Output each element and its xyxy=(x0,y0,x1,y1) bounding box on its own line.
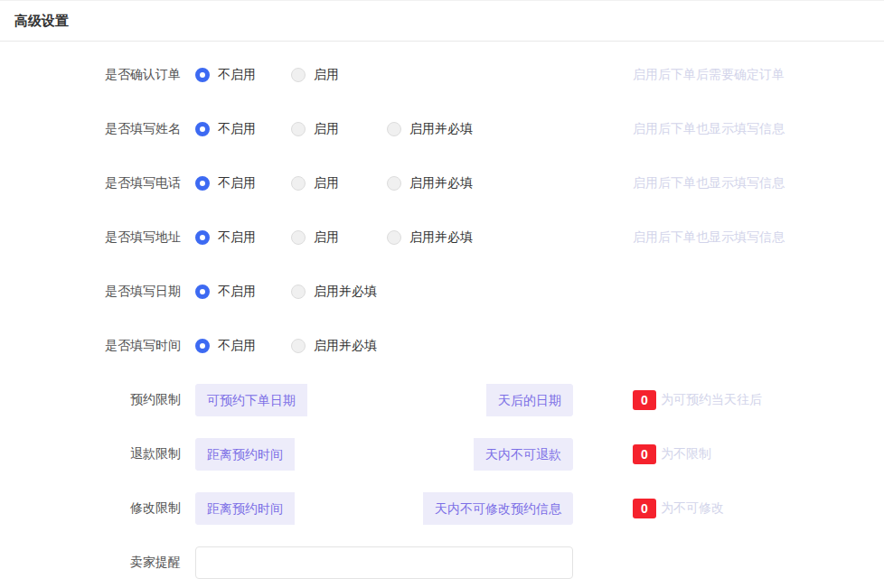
radio-option-label: 启用 xyxy=(314,229,339,246)
radio-unselected-icon[interactable] xyxy=(387,176,401,191)
refund-limit-input[interactable] xyxy=(295,438,474,471)
radio-option-label: 不启用 xyxy=(218,67,256,83)
row-label-fill-time: 是否填写时间 xyxy=(0,338,181,354)
radio-unselected-icon[interactable] xyxy=(291,285,306,299)
radio-option-label: 启用并必填 xyxy=(314,338,377,354)
radio-selected-icon[interactable] xyxy=(195,68,210,82)
zero-badge: 0 xyxy=(633,390,656,410)
radio-selected-icon[interactable] xyxy=(195,176,210,191)
row-hint-refund-limit: 0为不限制 xyxy=(633,427,711,481)
input-group-modify-limit: 距离预约时间天内不可修改预约信息 xyxy=(195,492,573,525)
page-title: 高级设置 xyxy=(14,13,69,30)
row-label-fill-name: 是否填写姓名 xyxy=(0,121,181,137)
row-content-fill-name: 不启用启用启用并必填 xyxy=(195,121,483,137)
radio-option-label: 启用并必填 xyxy=(409,175,473,191)
seller-reminder-input[interactable] xyxy=(195,546,573,579)
setting-row-modify-limit: 修改限制距离预约时间天内不可修改预约信息0为不可修改 xyxy=(0,481,884,536)
row-content-confirm-order: 不启用启用 xyxy=(195,67,387,83)
setting-row-booking-limit: 预约限制可预约下单日期天后的日期0为可预约当天往后 xyxy=(0,373,884,427)
row-label-confirm-order: 是否确认订单 xyxy=(0,67,181,83)
radio-option-fill-phone-1[interactable]: 启用 xyxy=(291,175,387,191)
radio-option-fill-name-0[interactable]: 不启用 xyxy=(195,121,291,137)
setting-row-fill-time: 是否填写时间不启用启用并必填 xyxy=(0,319,884,373)
radio-selected-icon[interactable] xyxy=(195,230,210,245)
radio-selected-icon[interactable] xyxy=(195,339,210,353)
radio-option-fill-date-1[interactable]: 启用并必填 xyxy=(291,284,387,300)
radio-option-fill-time-0[interactable]: 不启用 xyxy=(195,338,291,354)
radio-option-label: 启用 xyxy=(314,175,339,191)
radio-option-fill-address-2[interactable]: 启用并必填 xyxy=(387,229,483,246)
setting-row-refund-limit: 退款限制距离预约时间天内不可退款0为不限制 xyxy=(0,427,884,481)
radio-unselected-icon[interactable] xyxy=(291,339,306,353)
radio-unselected-icon[interactable] xyxy=(291,122,306,136)
radio-unselected-icon[interactable] xyxy=(291,230,306,245)
row-hint-booking-limit: 0为可预约当天往后 xyxy=(633,373,762,427)
radio-option-fill-address-1[interactable]: 启用 xyxy=(291,229,387,246)
row-hint-fill-phone: 启用后下单也显示填写信息 xyxy=(633,156,785,210)
radio-option-confirm-order-0[interactable]: 不启用 xyxy=(195,67,291,83)
radio-option-fill-phone-2[interactable]: 启用并必填 xyxy=(387,175,483,191)
input-group-prefix: 距离预约时间 xyxy=(195,438,295,471)
input-group-refund-limit: 距离预约时间天内不可退款 xyxy=(195,438,573,471)
radio-unselected-icon[interactable] xyxy=(387,230,401,245)
setting-row-fill-name: 是否填写姓名不启用启用启用并必填启用后下单也显示填写信息 xyxy=(0,102,884,156)
setting-row-confirm-order: 是否确认订单不启用启用启用后下单后需要确定订单 xyxy=(0,48,884,102)
input-group-booking-limit: 可预约下单日期天后的日期 xyxy=(195,384,573,416)
row-label-fill-address: 是否填写地址 xyxy=(0,229,181,246)
setting-row-fill-address: 是否填写地址不启用启用启用并必填启用后下单也显示填写信息 xyxy=(0,210,884,265)
radio-option-fill-date-0[interactable]: 不启用 xyxy=(195,284,291,300)
row-hint-modify-limit: 0为不可修改 xyxy=(633,481,724,536)
radio-unselected-icon[interactable] xyxy=(387,122,401,136)
radio-option-fill-name-1[interactable]: 启用 xyxy=(291,121,387,137)
input-group-prefix: 距离预约时间 xyxy=(195,492,295,525)
row-content-refund-limit: 距离预约时间天内不可退款 xyxy=(195,438,573,471)
radio-unselected-icon[interactable] xyxy=(291,176,306,191)
input-group-prefix: 可预约下单日期 xyxy=(195,384,307,416)
radio-option-label: 不启用 xyxy=(218,175,256,191)
row-content-fill-date: 不启用启用并必填 xyxy=(195,284,387,300)
radio-option-confirm-order-1[interactable]: 启用 xyxy=(291,67,387,83)
row-label-refund-limit: 退款限制 xyxy=(0,446,181,462)
row-content-fill-address: 不启用启用启用并必填 xyxy=(195,229,483,246)
row-label-fill-date: 是否填写日期 xyxy=(0,284,181,300)
row-hint-fill-name: 启用后下单也显示填写信息 xyxy=(633,102,785,156)
row-label-modify-limit: 修改限制 xyxy=(0,500,181,517)
row-hint-fill-address: 启用后下单也显示填写信息 xyxy=(633,210,785,265)
radio-option-label: 启用并必填 xyxy=(314,284,377,300)
input-group-suffix: 天内不可修改预约信息 xyxy=(423,492,573,525)
hint-text: 启用后下单也显示填写信息 xyxy=(633,175,785,191)
radio-unselected-icon[interactable] xyxy=(291,68,306,82)
row-content-seller-reminder xyxy=(195,546,573,579)
radio-option-fill-address-0[interactable]: 不启用 xyxy=(195,229,291,246)
row-label-seller-reminder: 卖家提醒 xyxy=(0,555,181,571)
row-label-fill-phone: 是否填写电话 xyxy=(0,175,181,191)
zero-badge: 0 xyxy=(633,499,656,518)
radio-option-label: 启用 xyxy=(314,67,339,83)
modify-limit-input[interactable] xyxy=(295,492,423,525)
radio-option-label: 不启用 xyxy=(218,338,256,354)
radio-option-label: 不启用 xyxy=(218,284,256,300)
setting-row-seller-reminder: 卖家提醒 xyxy=(0,536,884,588)
hint-text: 启用后下单也显示填写信息 xyxy=(633,229,785,246)
zero-badge: 0 xyxy=(633,444,656,464)
row-content-modify-limit: 距离预约时间天内不可修改预约信息 xyxy=(195,492,573,525)
radio-option-fill-time-1[interactable]: 启用并必填 xyxy=(291,338,387,354)
row-content-fill-phone: 不启用启用启用并必填 xyxy=(195,175,483,191)
setting-row-fill-phone: 是否填写电话不启用启用启用并必填启用后下单也显示填写信息 xyxy=(0,156,884,210)
hint-text: 为可预约当天往后 xyxy=(661,392,762,408)
hint-text: 启用后下单后需要确定订单 xyxy=(633,67,785,83)
radio-selected-icon[interactable] xyxy=(195,285,210,299)
input-group-suffix: 天内不可退款 xyxy=(474,438,573,471)
radio-option-label: 启用并必填 xyxy=(409,121,473,137)
radio-selected-icon[interactable] xyxy=(195,122,210,136)
radio-option-label: 不启用 xyxy=(218,229,256,246)
radio-option-label: 不启用 xyxy=(218,121,256,137)
setting-row-fill-date: 是否填写日期不启用启用并必填 xyxy=(0,265,884,319)
row-hint-confirm-order: 启用后下单后需要确定订单 xyxy=(633,48,785,102)
settings-rows: 是否确认订单不启用启用启用后下单后需要确定订单是否填写姓名不启用启用启用并必填启… xyxy=(0,42,884,588)
input-group-suffix: 天后的日期 xyxy=(486,384,573,416)
radio-option-fill-name-2[interactable]: 启用并必填 xyxy=(387,121,483,137)
booking-limit-input[interactable] xyxy=(307,384,486,416)
hint-text: 为不限制 xyxy=(661,446,711,462)
radio-option-fill-phone-0[interactable]: 不启用 xyxy=(195,175,291,191)
